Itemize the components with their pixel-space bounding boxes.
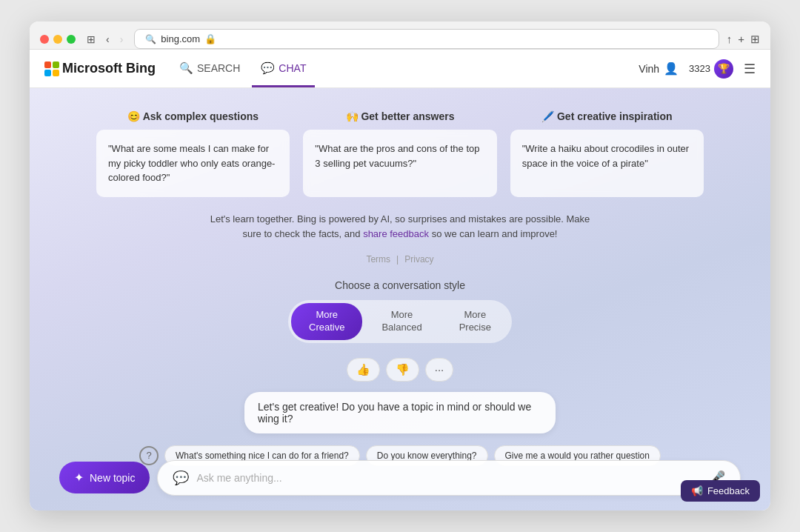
feature-section-0: 😊 Ask complex questions "What are some m…	[96, 110, 290, 197]
nav-right: Vinh 👤 3323 🏆 ☰	[639, 59, 756, 79]
search-icon: 🔍	[145, 34, 156, 44]
feature-header-2: 🖊️ Get creative inspiration	[510, 110, 704, 122]
browser-chrome: ⊞ ‹ › 🔍 bing.com 🔒 ↑ + ⊞	[30, 21, 770, 50]
lock-icon: 🔒	[204, 33, 216, 44]
bottom-bar: ✦ New topic 💬 Ask me anything... 🎤	[44, 450, 756, 511]
thumbs-up-icon: 👍	[356, 363, 370, 376]
style-precise-button[interactable]: More Precise	[441, 303, 509, 340]
conversation-style-selector: More Creative More Balanced More Precise	[288, 300, 512, 343]
thumbs-down-icon: 👎	[396, 363, 410, 376]
chat-input-icon: 💬	[173, 470, 189, 486]
feature-card-2[interactable]: "Write a haiku about crocodiles in outer…	[510, 130, 704, 197]
feature-section-1: 🙌 Get better answers "What are the pros …	[303, 110, 496, 197]
ellipsis-icon: ···	[435, 363, 444, 376]
conversation-style-label: Choose a conversation style	[335, 279, 465, 291]
more-options-button[interactable]: ···	[425, 358, 454, 382]
nav-search-link[interactable]: 🔍 SEARCH	[170, 51, 249, 87]
chat-input-placeholder: Ask me anything...	[196, 472, 701, 484]
thumbs-up-button[interactable]: 👍	[347, 358, 380, 382]
maximize-button[interactable]	[67, 35, 76, 44]
feedback-bar[interactable]: 📢 Feedback	[681, 480, 760, 502]
forward-button[interactable]: ›	[116, 32, 127, 47]
user-name: Vinh	[639, 63, 659, 75]
disclaimer: Let's learn together. Bing is powered by…	[207, 212, 593, 243]
feature-header-1: 🙌 Get better answers	[303, 110, 496, 122]
chat-message-bubble: Let's get creative! Do you have a topic …	[244, 392, 556, 433]
feature-emoji-1: 🙌	[346, 110, 359, 122]
traffic-lights	[40, 35, 76, 44]
feature-emoji-0: 😊	[127, 110, 140, 122]
feature-card-1[interactable]: "What are the pros and cons of the top 3…	[303, 130, 496, 197]
share-button[interactable]: ↑	[727, 33, 733, 45]
feature-card-0[interactable]: "What are some meals I can make for my p…	[96, 130, 290, 197]
feedback-action-row: 👍 👎 ···	[347, 358, 454, 382]
sidebar-toggle-button[interactable]: ⊞	[83, 32, 99, 47]
nav-chat-link[interactable]: 💬 CHAT	[252, 51, 315, 87]
tabs-button[interactable]: ⊞	[750, 33, 760, 46]
features-row: 😊 Ask complex questions "What are some m…	[96, 110, 704, 197]
chat-input-bar[interactable]: 💬 Ask me anything... 🎤	[157, 460, 741, 496]
microsoft-logo	[44, 61, 59, 76]
feature-emoji-2: 🖊️	[541, 110, 554, 122]
disclaimer-links: Terms | Privacy	[366, 254, 433, 265]
points-badge: 3323 🏆	[689, 59, 733, 79]
trophy-icon: 🏆	[714, 59, 733, 79]
minimize-button[interactable]	[53, 35, 62, 44]
terms-link[interactable]: Terms	[366, 254, 390, 265]
style-balanced-button[interactable]: More Balanced	[364, 303, 439, 340]
new-topic-button[interactable]: ✦ New topic	[59, 462, 150, 494]
style-creative-button[interactable]: More Creative	[291, 303, 362, 340]
close-button[interactable]	[40, 35, 49, 44]
address-bar[interactable]: 🔍 bing.com 🔒	[134, 29, 719, 49]
new-topic-icon: ✦	[74, 471, 84, 485]
main-content: 😊 Ask complex questions "What are some m…	[30, 88, 770, 511]
feature-section-2: 🖊️ Get creative inspiration "Write a hai…	[510, 110, 704, 197]
back-button[interactable]: ‹	[102, 32, 113, 47]
feature-header-0: 😊 Ask complex questions	[96, 110, 290, 122]
thumbs-down-button[interactable]: 👎	[386, 358, 419, 382]
feedback-icon: 📢	[691, 485, 703, 496]
bing-logo: Microsoft Bing	[44, 61, 156, 76]
search-nav-icon: 🔍	[179, 61, 193, 75]
browser-actions: ↑ + ⊞	[727, 33, 760, 46]
feedback-label: Feedback	[707, 485, 750, 496]
user-icon: 👤	[664, 61, 679, 76]
add-tab-button[interactable]: +	[738, 33, 744, 45]
user-info: Vinh 👤	[639, 61, 679, 76]
url-text: bing.com	[161, 33, 200, 44]
nav-links: 🔍 SEARCH 💬 CHAT	[170, 51, 639, 87]
chat-nav-icon: 💬	[261, 61, 275, 75]
privacy-link[interactable]: Privacy	[404, 254, 433, 265]
hamburger-menu-button[interactable]: ☰	[744, 61, 756, 77]
browser-controls: ⊞ ‹ ›	[83, 32, 127, 47]
share-feedback-link[interactable]: share feedback	[363, 228, 429, 239]
bing-logo-text: Microsoft Bing	[62, 61, 156, 76]
points-value: 3323	[689, 63, 710, 74]
navigation-bar: Microsoft Bing 🔍 SEARCH 💬 CHAT Vinh 👤 33…	[30, 50, 770, 88]
